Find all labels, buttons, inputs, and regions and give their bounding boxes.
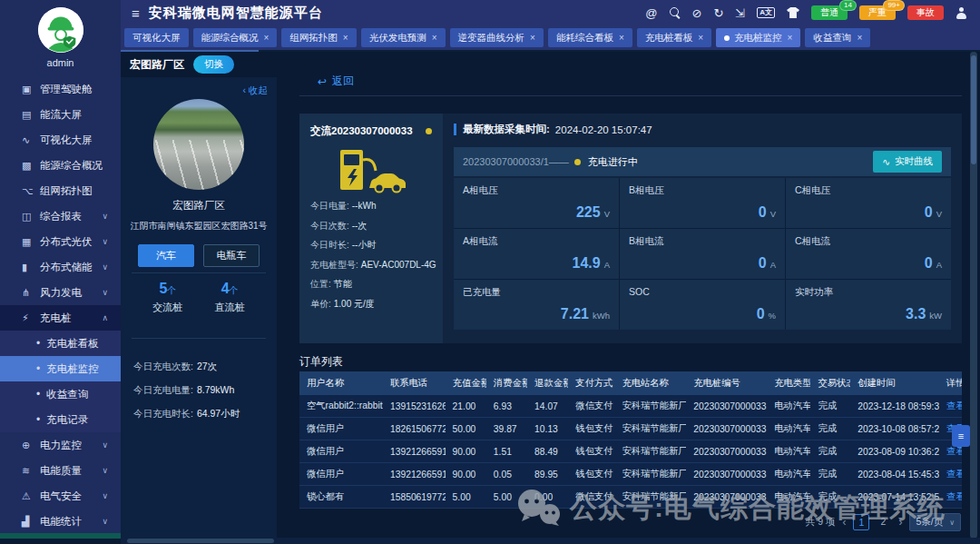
tab-可视化大屏[interactable]: 可视化大屏 xyxy=(124,28,189,47)
metric-label: B相电流 xyxy=(629,235,664,248)
sidebar-item-电能统计[interactable]: ▟电能统计∨ xyxy=(0,509,121,534)
sidebar-item-分布式光伏[interactable]: ▦分布式光伏∨ xyxy=(0,229,121,254)
sidebar-icon-管理驾驶舱: ▣ xyxy=(22,84,40,95)
sidebar-item-可视化大屏[interactable]: ∿可视化大屏 xyxy=(0,127,121,153)
switch-station-button[interactable]: 切换 xyxy=(193,55,234,74)
search-icon[interactable] xyxy=(670,7,681,18)
sidebar-item-风力发电[interactable]: ⋔风力发电∨ xyxy=(0,280,121,305)
view-detail-link[interactable]: 查看 xyxy=(939,445,962,458)
table-settings-button[interactable]: ≡ xyxy=(952,425,970,447)
device-stat-value: 节能 xyxy=(334,279,352,289)
table-cell: 安科瑞节能新厂 xyxy=(614,422,686,435)
alarm-badge-accident[interactable]: 事故 xyxy=(907,5,944,20)
page-button-2[interactable]: 2 xyxy=(875,514,891,530)
sidebar-item-充电桩[interactable]: ⚡充电桩∧ xyxy=(0,305,121,331)
sidebar-subitem-充电桩监控[interactable]: •充电桩监控 xyxy=(0,356,121,381)
metric-label: A相电流 xyxy=(463,235,498,248)
sidebar-subitem-充电记录[interactable]: •充电记录 xyxy=(0,407,121,432)
sidebar-item-label: 充电桩 xyxy=(40,312,72,325)
user-avatar[interactable] xyxy=(38,7,83,53)
vehicle-tab-scooter[interactable]: 电瓶车 xyxy=(203,244,260,267)
tab-close-icon[interactable]: × xyxy=(857,33,862,43)
view-detail-link[interactable]: 查看 xyxy=(939,468,962,480)
vertical-scrollbar-thumb[interactable] xyxy=(971,55,976,164)
fullscreen-icon[interactable]: ⇲ xyxy=(735,7,745,19)
at-icon[interactable]: @ xyxy=(645,7,657,19)
tab-close-icon[interactable]: × xyxy=(432,33,437,43)
metric-value: 3.3 xyxy=(906,306,926,321)
chevron-down-icon: ∨ xyxy=(102,237,108,246)
theme-shirt-icon[interactable] xyxy=(787,7,799,18)
metric-实时功率: 实时功率3.3kW xyxy=(786,280,951,330)
alarm-badge-serious[interactable]: 严重 99+ xyxy=(859,5,896,20)
back-button[interactable]: ↩ 返回 xyxy=(318,74,354,89)
view-detail-link[interactable]: 查看 xyxy=(939,490,962,503)
translate-icon[interactable]: A文 xyxy=(757,7,775,18)
tab-能耗综合看板[interactable]: 能耗综合看板× xyxy=(548,28,632,47)
tab-逆变器曲线分析[interactable]: 逆变器曲线分析× xyxy=(450,28,544,47)
horizontal-scrollbar-thumb[interactable] xyxy=(127,539,274,543)
sidebar-item-综合报表[interactable]: ◫综合报表∨ xyxy=(0,203,121,229)
sidebar-item-分布式储能[interactable]: ▮分布式储能∨ xyxy=(0,254,121,280)
tab-充电桩看板[interactable]: 充电桩看板× xyxy=(637,28,711,47)
column-header-充电桩编号: 充电桩编号 xyxy=(686,377,767,390)
prev-page-icon[interactable]: ‹ xyxy=(842,516,846,529)
tab-充电桩监控[interactable]: 充电桩监控× xyxy=(716,28,800,47)
refresh-icon[interactable]: ↻ xyxy=(713,7,723,19)
sidebar-item-能源综合概况[interactable]: ▩能源综合概况 xyxy=(0,153,121,178)
alarm-badge-normal[interactable]: 普通 14 xyxy=(811,5,848,20)
column-header-消费金额: 消费金额 xyxy=(486,377,527,390)
table-cell: 5.00 xyxy=(486,492,527,502)
vehicle-tab-car[interactable]: 汽车 xyxy=(138,244,194,267)
tab-close-icon[interactable]: × xyxy=(264,33,270,43)
tab-close-icon[interactable]: × xyxy=(698,33,703,43)
sidebar-subitem-充电桩看板[interactable]: •充电桩看板 xyxy=(0,331,121,356)
tab-能源综合概况[interactable]: 能源综合概况× xyxy=(193,28,278,47)
mute-icon[interactable]: ⊘ xyxy=(692,7,702,19)
tab-光伏发电预测[interactable]: 光伏发电预测× xyxy=(361,28,446,47)
tab-close-icon[interactable]: × xyxy=(530,33,535,43)
tab-收益查询[interactable]: 收益查询× xyxy=(805,28,870,47)
device-card: 交流20230307000033 今日电量:--kWh今日次数:--次今日时长:… xyxy=(299,114,443,343)
metrics-grid: A相电压225VB相电压0VC相电压0VA相电流14.9AB相电流0AC相电流0… xyxy=(454,178,951,330)
horizontal-scrollbar[interactable] xyxy=(121,538,980,544)
table-cell: 18261506772 xyxy=(383,424,446,434)
table-cell: 1.51 xyxy=(486,447,527,457)
sidebar-item-能流大屏[interactable]: ▤能流大屏 xyxy=(0,102,121,127)
tab-close-icon[interactable]: × xyxy=(788,33,793,43)
stat-charge-duration: 今日充电时长:64.97小时 xyxy=(133,408,240,420)
alarm-serious-count: 99+ xyxy=(883,0,905,11)
sidebar-item-管理驾驶舱[interactable]: ▣管理驾驶舱 xyxy=(0,76,121,102)
page-title: 安科瑞微电网智慧能源平台 xyxy=(149,5,323,22)
tab-close-icon[interactable]: × xyxy=(619,33,624,43)
main-content: ↩ 返回 交流20230307000033 今日电量:-- xyxy=(277,52,972,539)
view-detail-link[interactable]: 查看 xyxy=(939,400,962,412)
table-row: 锁心都有158506197725.005.000.00微信支付安科瑞节能新厂20… xyxy=(299,486,962,509)
realtime-curve-button[interactable]: ∿ 实时曲线 xyxy=(873,151,942,173)
collapse-link[interactable]: ‹ 收起 xyxy=(243,84,268,97)
sidebar-item-组网拓扑图[interactable]: ⌥组网拓扑图 xyxy=(0,178,121,203)
tab-组网拓扑图[interactable]: 组网拓扑图× xyxy=(281,28,356,47)
sidebar-item-电能质量[interactable]: ≋电能质量∨ xyxy=(0,458,121,483)
vertical-scrollbar[interactable] xyxy=(970,52,977,539)
page-button-1[interactable]: 1 xyxy=(853,514,869,530)
table-cell: 20230307000033 xyxy=(686,492,767,502)
column-header-联系电话: 联系电话 xyxy=(383,377,446,390)
metric-label: C相电流 xyxy=(795,235,830,248)
next-page-icon[interactable]: › xyxy=(898,516,902,529)
menu-toggle-icon[interactable]: ≡ xyxy=(132,5,140,21)
metric-B相电压: B相电压0V xyxy=(620,178,785,228)
sidebar-subitem-label: 充电记录 xyxy=(46,413,88,427)
user-icon[interactable] xyxy=(956,7,967,19)
table-cell: 88.49 xyxy=(527,447,568,457)
sidebar-item-电力监控[interactable]: ⊕电力监控∨ xyxy=(0,432,121,458)
metric-unit: A xyxy=(770,260,776,270)
column-header-充电类型: 充电类型 xyxy=(767,377,810,390)
sidebar-item-电气安全[interactable]: ⚠电气安全∨ xyxy=(0,483,121,509)
page-size-select[interactable]: 5条/页 ∨ xyxy=(909,513,961,531)
sidebar-subitem-收益查询[interactable]: •收益查询 xyxy=(0,381,121,407)
table-cell: 2023-08-04 15:45:30 xyxy=(850,470,939,480)
column-header-充值金额: 充值金额 xyxy=(446,377,486,390)
table-cell: 13915231626 xyxy=(383,401,446,411)
tab-close-icon[interactable]: × xyxy=(343,33,348,43)
